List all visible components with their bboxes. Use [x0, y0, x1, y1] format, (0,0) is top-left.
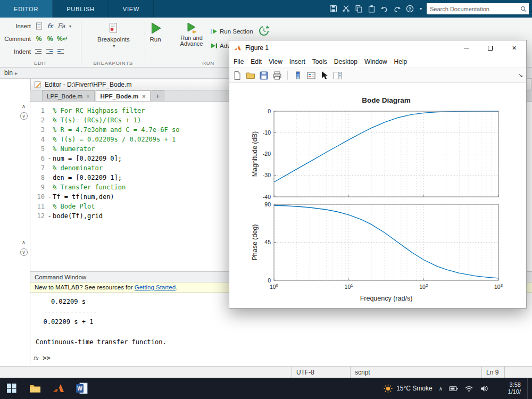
new-figure-icon[interactable] — [232, 71, 242, 80]
svg-text:Bode Diagram: Bode Diagram — [362, 96, 411, 104]
network-icon[interactable] — [464, 384, 473, 393]
breakpoints-button[interactable]: Breakpoints ▾ — [97, 22, 130, 48]
windows-taskbar: W 15°C Smoke ∧ 3:58 1/10/ — [0, 378, 532, 399]
executable-line-marker[interactable]: - — [46, 154, 53, 163]
breadcrumb-arrow-icon[interactable]: ▸ — [15, 70, 18, 76]
ribbon-tab-publish[interactable]: PUBLISH — [53, 0, 109, 18]
figure-menu-insert[interactable]: Insert — [289, 58, 305, 65]
close-tab-icon[interactable]: × — [142, 93, 145, 99]
uncomment-icon[interactable]: % — [46, 35, 54, 43]
smart-indent-icon[interactable] — [35, 47, 43, 56]
tray-chevron-icon[interactable]: ∧ — [439, 386, 443, 392]
figure-title-bar[interactable]: Figure 1 × — [229, 40, 526, 55]
copy-icon[interactable] — [355, 5, 363, 13]
run-section-button[interactable]: Run Section — [210, 26, 253, 37]
code-text: Tf = tf(num,den) — [53, 192, 114, 202]
taskbar-weather[interactable]: 15°C Smoke — [384, 384, 433, 393]
panel-actions-icon[interactable]: ∨ — [20, 112, 28, 120]
figure-menu-view[interactable]: View — [269, 58, 282, 65]
help-icon[interactable]: ? — [406, 5, 414, 13]
svg-text:101: 101 — [345, 283, 354, 290]
bode-plot: 0-10-20-30-40Magnitude (dB)Bode Diagram9… — [229, 83, 526, 306]
run-and-advance-button[interactable]: Run and Advance — [176, 21, 207, 47]
getting-started-link[interactable]: Getting Started — [135, 284, 176, 290]
show-desktop-button[interactable] — [527, 378, 530, 399]
search-icon[interactable] — [520, 6, 527, 12]
cut-icon[interactable] — [342, 5, 350, 13]
ribbon-tab-editor[interactable]: EDITOR — [0, 0, 53, 18]
print-figure-icon[interactable] — [272, 71, 282, 80]
run-and-time-button[interactable] — [258, 25, 270, 39]
new-file-tab-button[interactable]: + — [152, 90, 164, 101]
run-button[interactable]: Run — [148, 21, 162, 43]
banner-text: New to MATLAB? See resources for — [35, 284, 135, 290]
details-actions-icon[interactable]: ∨ — [20, 248, 28, 256]
dock-figure-icon[interactable]: ↘ — [518, 72, 523, 79]
redo-icon[interactable] — [393, 5, 401, 13]
executable-line-marker[interactable]: - — [46, 173, 53, 182]
search-input[interactable] — [430, 6, 520, 12]
insert-legend-icon[interactable] — [306, 71, 316, 80]
volume-icon[interactable] — [480, 384, 489, 393]
indent-left-icon[interactable] — [57, 47, 65, 56]
undo-icon[interactable] — [380, 5, 388, 13]
executable-line-marker[interactable]: - — [46, 192, 53, 202]
comment-icon[interactable]: % — [35, 35, 43, 43]
details-collapse-icon[interactable]: ∧ — [20, 238, 28, 246]
run-and-time-icon — [258, 25, 270, 37]
figure-menu-desktop[interactable]: Desktop — [334, 58, 358, 65]
folder-icon — [29, 384, 41, 393]
command-prompt-row[interactable]: fx >> — [33, 354, 51, 362]
executable-line-marker[interactable] — [46, 144, 53, 154]
paste-icon[interactable] — [368, 5, 376, 13]
data-cursor-icon[interactable] — [320, 71, 329, 80]
insert-section-icon[interactable] — [35, 22, 43, 30]
save-figure-icon[interactable] — [259, 71, 269, 80]
maximize-button[interactable] — [478, 40, 502, 55]
executable-line-marker[interactable]: - — [46, 211, 53, 221]
comment-label: Comment — [1, 36, 31, 42]
insert-annotation-icon[interactable]: Fa — [57, 22, 65, 30]
battery-icon[interactable] — [449, 384, 458, 393]
quick-access-caret-icon[interactable]: ▾ — [420, 6, 422, 11]
executable-line-marker[interactable] — [46, 125, 53, 135]
figure-menu-window[interactable]: Window — [364, 58, 387, 65]
figure-menu-help[interactable]: Help — [394, 58, 408, 65]
insert-function-icon[interactable]: fx — [46, 22, 54, 30]
indent-right-icon[interactable] — [46, 47, 54, 56]
plot-tools-icon[interactable] — [333, 71, 343, 80]
executable-line-marker[interactable] — [46, 182, 53, 192]
save-icon[interactable] — [329, 5, 337, 13]
close-button[interactable]: × — [502, 40, 526, 55]
executable-line-marker[interactable] — [46, 135, 53, 144]
taskbar-clock[interactable]: 3:58 1/10/ — [495, 381, 521, 395]
editor-file-tab[interactable]: HPF_Bode.m× — [96, 90, 151, 101]
wrap-comments-icon[interactable]: %↵ — [57, 35, 68, 43]
executable-line-marker[interactable] — [46, 106, 53, 115]
code-text: den = [0.02209 1]; — [53, 173, 122, 182]
open-file-icon[interactable] — [246, 71, 255, 80]
insert-caret-icon[interactable]: ▾ — [69, 24, 71, 29]
figure-menu-file[interactable]: File — [234, 58, 244, 65]
executable-line-marker[interactable] — [46, 202, 53, 211]
minimize-button[interactable] — [454, 40, 478, 55]
close-tab-icon[interactable]: × — [86, 93, 89, 99]
start-button[interactable] — [0, 378, 23, 399]
matlab-taskbar-button[interactable] — [47, 378, 70, 399]
command-prompt[interactable]: >> — [43, 354, 50, 362]
word-taskbar-button[interactable]: W — [70, 378, 94, 399]
scroll-up-icon[interactable]: ∧ — [20, 102, 28, 110]
banner-text-suffix: . — [176, 284, 177, 290]
indent-label: Indent — [1, 48, 31, 55]
figure-menu-tools[interactable]: Tools — [312, 58, 327, 65]
executable-line-marker[interactable] — [46, 115, 53, 125]
executable-line-marker[interactable] — [46, 163, 53, 173]
insert-colorbar-icon[interactable] — [293, 71, 303, 80]
documentation-search-box[interactable] — [427, 3, 529, 14]
weather-text: 15°C Smoke — [396, 385, 433, 392]
figure-menu-edit[interactable]: Edit — [251, 58, 262, 65]
editor-file-tab[interactable]: LPF_Bode.m× — [42, 90, 95, 101]
breadcrumb[interactable]: bin — [4, 69, 13, 77]
ribbon-tab-view[interactable]: VIEW — [109, 0, 154, 18]
file-explorer-button[interactable] — [23, 378, 47, 399]
